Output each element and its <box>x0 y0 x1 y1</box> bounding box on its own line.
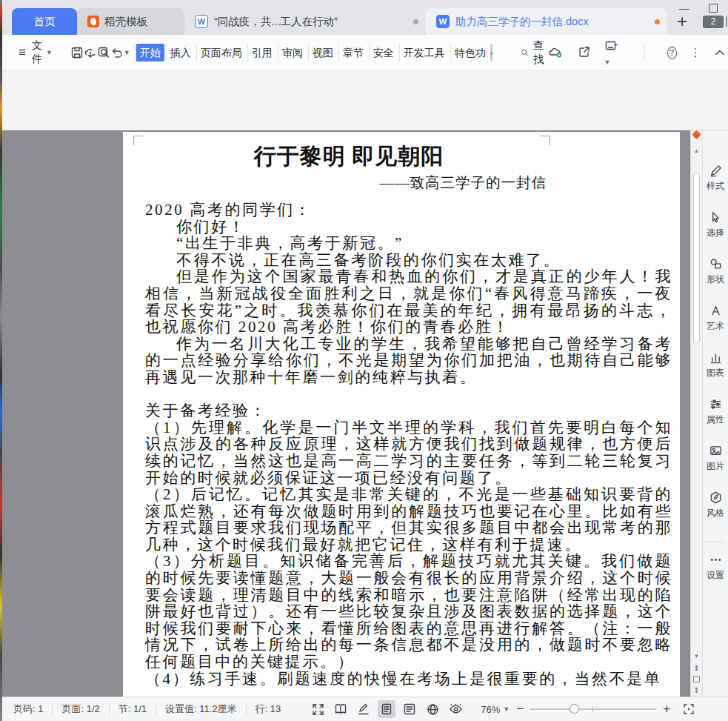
document-title[interactable]: 行于黎明 即见朝阳 <box>145 142 552 170</box>
document-tab[interactable]: “同战疫，共...工人在行动” <box>184 8 426 35</box>
chevron-down-icon: ▼ <box>124 49 130 56</box>
paragraph[interactable]: 作为一名川大化工专业的学生，我希望能够把自己曾经学习备考的一点经验分享给你们，不… <box>145 336 672 386</box>
zoom-level-button[interactable]: 76% ▼ <box>481 704 510 715</box>
paragraph[interactable]: “出生于非典，高考于新冠。” <box>145 235 672 252</box>
more-options-icon[interactable]: ⋮ <box>690 46 701 59</box>
menu-bar: ≡ 文件 ▼ ▼ 开始 插入 页面布局 引用 审阅 视图 章节 安全 <box>0 35 728 71</box>
edit-mode-icon[interactable] <box>355 700 373 718</box>
sidebar-tool-icon <box>709 304 723 318</box>
fullscreen-icon[interactable] <box>309 700 327 718</box>
wps-writer-doc-icon <box>195 15 208 28</box>
zoom-slider[interactable] <box>530 703 656 715</box>
paragraph[interactable]: （1）先理解。化学是一门半文半理的学科，我们首先要明白每个知识点涉及的各种反应原… <box>145 419 672 486</box>
window-count-badge[interactable]: 2 <box>703 16 724 28</box>
zoom-slider-track <box>530 708 656 710</box>
more-tabs-button[interactable]: › <box>490 44 492 62</box>
section-field[interactable]: 节: 1/1 <box>110 702 156 716</box>
paragraph[interactable] <box>145 386 672 403</box>
find-button[interactable]: 查找 <box>521 39 548 67</box>
sidebar-tool[interactable]: 图表 <box>703 350 728 397</box>
window-tab-bar: — 首页 稻壳模板 “同战疫，共...工人在行动” 助力高三学子的一封信.doc… <box>0 0 728 35</box>
outline-view-icon[interactable] <box>401 700 418 718</box>
sidebar-tool-icon <box>709 350 723 365</box>
sidebar-tool[interactable]: 形状 <box>703 257 728 304</box>
wps-writer-doc-icon <box>436 15 450 28</box>
zoom-out-button[interactable]: − <box>514 702 526 717</box>
margin-crop-mark <box>541 136 550 145</box>
sidebar-tool[interactable]: 艺术 <box>703 304 728 350</box>
read-mode-icon[interactable] <box>332 700 350 718</box>
tab-docer-templates[interactable]: 稻壳模板 <box>77 8 184 35</box>
scrollbar-thumb[interactable] <box>693 173 700 343</box>
sidebar-tool[interactable]: 图片 <box>703 444 728 491</box>
ribbon-toolbar <box>0 70 728 130</box>
chevron-down-icon: ▼ <box>604 59 611 66</box>
zoom-slider-handle[interactable] <box>570 704 579 714</box>
collapse-ribbon-icon[interactable] <box>715 47 725 59</box>
previous-page-button[interactable]: ▲▲ <box>694 665 699 671</box>
paragraph[interactable]: （2）后记忆。记忆其实是非常关键的，不光是一些基础知识要背的滚瓜烂熟，还有每次做… <box>145 486 672 553</box>
ribbon-tab[interactable]: 章节 <box>338 44 367 62</box>
page-view-icon[interactable] <box>378 700 395 718</box>
paragraph[interactable]: 但是作为这个国家最青春和热血的你们，才是真正的少年人！我相信，当新冠战役全面胜利… <box>145 268 672 335</box>
file-menu-button[interactable]: 文件 ▼ <box>32 39 53 66</box>
sidebar-tool-icon <box>709 444 723 458</box>
document-tab[interactable]: 助力高三学子的一封信.docx <box>426 8 667 35</box>
document-tabs: “同战疫，共...工人在行动” 助力高三学子的一封信.docx <box>184 8 667 35</box>
select-browse-object-button[interactable] <box>693 676 700 682</box>
help-button[interactable]: ? <box>667 47 677 59</box>
upgrade-gem-icon[interactable] <box>692 130 701 139</box>
save-button[interactable] <box>70 43 84 62</box>
new-tab-button[interactable]: + <box>667 8 697 35</box>
sidebar-tool-icon <box>709 257 723 271</box>
ribbon-tab[interactable]: 页面布局 <box>196 44 246 62</box>
document-body[interactable]: 2020 高考的同学们： 你们好！ “出生于非典，高考于新冠。” 不得不说，正在… <box>123 202 680 687</box>
sidebar-tool[interactable]: 属性 <box>703 397 728 444</box>
sidebar-settings[interactable]: 设置 <box>703 553 728 599</box>
zoom-slider-tick <box>592 706 593 712</box>
print-preview-button[interactable] <box>97 43 110 62</box>
ribbon-tab[interactable]: 审阅 <box>278 44 307 62</box>
zoom-in-button[interactable]: + <box>661 702 672 717</box>
ribbon-tab[interactable]: 插入 <box>166 44 195 62</box>
page-count-field[interactable]: 页面: 1/2 <box>53 702 109 716</box>
switch-window-icon[interactable]: ▼ <box>604 39 622 67</box>
sidebar-tool[interactable]: 选择 <box>703 210 728 257</box>
ribbon-tab[interactable]: 开始 <box>136 44 164 62</box>
paragraph[interactable]: 不得不说，正在高三备考阶段的你们实在太难了。 <box>145 252 672 269</box>
paragraph[interactable]: （3）分析题目。知识储备完善后，解题技巧就尤其关键。我们做题的时候先要读懂题意，… <box>145 553 672 670</box>
next-page-button[interactable]: ▼▼ <box>694 688 699 694</box>
sidebar-tool[interactable]: 风格 <box>703 491 728 537</box>
share-icon[interactable] <box>578 45 591 61</box>
cloud-sync-icon[interactable] <box>548 45 564 61</box>
sidebar-tool[interactable]: 样式 <box>703 164 728 210</box>
ribbon-tab[interactable]: 特色功 <box>450 44 490 62</box>
ribbon-tab[interactable]: 开发工具 <box>399 44 449 62</box>
print-button[interactable] <box>84 43 97 62</box>
status-bar: 页码: 1 页面: 1/2 节: 1/1 设置值: 11.2厘米 行: 13 7… <box>0 697 728 721</box>
scroll-up-arrow[interactable]: ▲ <box>691 147 702 154</box>
page-number-field[interactable]: 页码: 1 <box>4 702 53 716</box>
hamburger-icon[interactable]: ≡ <box>19 45 26 60</box>
undo-button[interactable]: ▼ <box>110 43 130 62</box>
web-view-icon[interactable] <box>424 700 441 718</box>
tab-home[interactable]: 首页 <box>12 8 77 35</box>
paragraph[interactable]: （4）练习手速。刷题速度的快慢在考场上是很重要的，当然不是单 <box>145 671 672 688</box>
ribbon-tab[interactable]: 安全 <box>369 44 398 62</box>
paragraph[interactable]: 关于备考经验： <box>145 402 672 419</box>
dots-icon <box>709 553 723 567</box>
ribbon-tab[interactable]: 视图 <box>308 44 337 62</box>
line-number-field[interactable]: 行: 13 <box>247 702 290 716</box>
paragraph[interactable]: 2020 高考的同学们： <box>145 202 672 219</box>
vertical-scrollbar[interactable]: ▲ ▼ ▲▲ ▼▼ <box>690 130 702 697</box>
paragraph[interactable]: 你们好！ <box>145 219 672 236</box>
fit-page-button[interactable] <box>680 700 698 718</box>
sidebar-tool-icon <box>709 491 723 505</box>
document-canvas[interactable]: 行于黎明 即见朝阳 ——致高三学子的一封信 2020 高考的同学们： 你们好！ … <box>2 130 690 697</box>
eye-protection-icon[interactable] <box>447 700 464 718</box>
document-subtitle[interactable]: ——致高三学子的一封信 <box>123 173 680 193</box>
ribbon-tab[interactable]: 引用 <box>247 44 276 62</box>
setting-value-field[interactable]: 设置值: 11.2厘米 <box>156 702 247 716</box>
document-page[interactable]: 行于黎明 即见朝阳 ——致高三学子的一封信 2020 高考的同学们： 你们好！ … <box>123 132 680 697</box>
scroll-down-arrow[interactable]: ▼ <box>694 653 700 659</box>
